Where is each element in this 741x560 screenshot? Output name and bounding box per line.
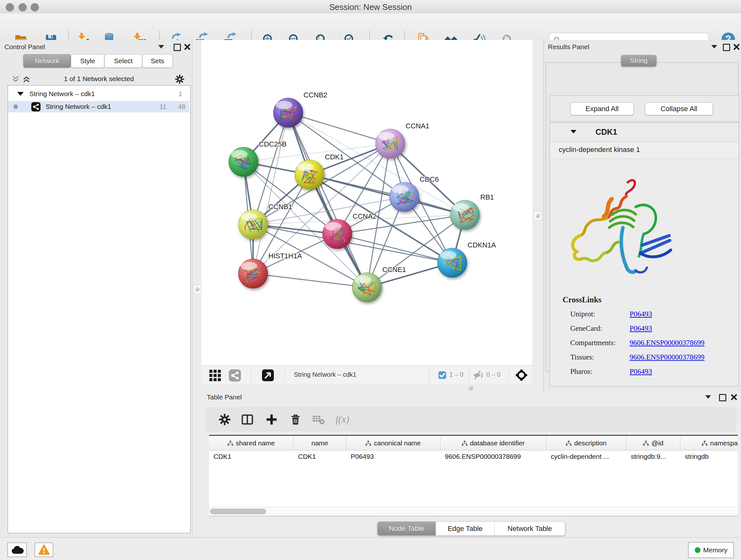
table-row[interactable]: CDK1CDK1P064939606.ENSP00000378699cyclin… — [209, 450, 738, 462]
column-header-database-identifier[interactable]: database identifier — [441, 436, 546, 450]
node-CCNE1[interactable] — [352, 273, 382, 302]
splitter-handle[interactable] — [468, 386, 473, 390]
string-network-graph[interactable]: CCNB2CCNA1CDC25BCDK1CDC6RB1CCNB1CCNA2CDK… — [201, 40, 532, 366]
tab-select[interactable]: Select — [105, 54, 142, 68]
network-row[interactable]: String Network – cdk1 11 48 — [8, 101, 189, 112]
close-panel-icon[interactable] — [184, 44, 191, 51]
delete-table-button[interactable] — [311, 412, 327, 428]
warnings-button[interactable] — [35, 543, 53, 557]
crosslink-link[interactable]: 9606.ENSP00000378699 — [630, 339, 704, 347]
tab-node-table[interactable]: Node Table — [377, 521, 436, 536]
birdseye-view-icon[interactable] — [262, 369, 274, 381]
node-CDKN1A[interactable] — [437, 248, 467, 277]
column-header-canonical-name[interactable]: canonical name — [346, 436, 441, 450]
column-header-name[interactable]: name — [293, 436, 346, 450]
node-CCNB1[interactable] — [239, 210, 268, 239]
column-header--id[interactable]: @id — [626, 436, 680, 450]
caret-down-icon[interactable] — [17, 92, 23, 96]
crosslink-link[interactable]: P06493 — [630, 324, 652, 333]
panel-menu-icon[interactable] — [705, 395, 711, 399]
show-columns-button[interactable] — [239, 412, 255, 428]
tab-string[interactable]: String — [621, 55, 657, 66]
crosslink-label: GeneCard: — [570, 324, 602, 333]
table-cell[interactable]: stringdb:9... — [626, 450, 680, 462]
network-collection-row[interactable]: String Network – cdk1 1 — [8, 88, 189, 100]
node-CCNB2[interactable] — [273, 98, 303, 127]
hidden-eye-slash-icon[interactable] — [473, 370, 484, 380]
fit-selected-target-icon[interactable] — [516, 369, 527, 381]
tab-network-table[interactable]: Network Table — [495, 521, 565, 536]
gear-icon — [219, 414, 231, 426]
vertical-splitter[interactable] — [192, 40, 202, 537]
crosslink-link[interactable]: P06493 — [630, 310, 652, 318]
node-RB1[interactable] — [450, 200, 480, 230]
node-HIST1H1A[interactable] — [239, 259, 268, 288]
edge-CDK1-RB1[interactable] — [310, 175, 465, 215]
splitter-handle[interactable] — [193, 285, 201, 294]
node-CDC25B[interactable] — [229, 147, 258, 177]
node-label-CCNE1: CCNE1 — [382, 266, 406, 273]
columns-icon — [241, 414, 253, 426]
node-result-header[interactable]: CDK1 — [550, 123, 739, 142]
close-panel-icon[interactable] — [733, 44, 740, 51]
scrollbar-thumb[interactable] — [210, 509, 266, 514]
node-label-RB1: RB1 — [480, 193, 494, 201]
expand-all-button[interactable]: Expand All — [570, 103, 634, 115]
node-CCNA1[interactable] — [376, 129, 405, 159]
table-cell[interactable]: cyclin-dependent ... — [546, 450, 626, 462]
network-edges — [244, 113, 465, 287]
sitemap-icon — [365, 441, 371, 446]
node-table[interactable]: shared namenamecanonical namedatabase id… — [209, 435, 738, 516]
edge-CCNB2-CCNA1[interactable] — [288, 113, 390, 144]
table-toolbar: f(x) — [205, 407, 736, 432]
crosslink-label: Tissues: — [570, 353, 594, 361]
close-panel-icon[interactable] — [731, 394, 738, 401]
table-cell[interactable]: CDK1 — [209, 450, 293, 462]
column-header-namespace[interactable]: namespace — [680, 436, 738, 450]
network-view-canvas[interactable]: CCNB2CCNA1CDC25BCDK1CDC6RB1CCNB1CCNA2CDK… — [201, 40, 532, 366]
edge-CCNB2-CCNE1[interactable] — [288, 113, 367, 287]
panel-menu-icon[interactable] — [158, 45, 164, 49]
grid-view-icon[interactable] — [209, 369, 221, 381]
table-cell[interactable]: P06493 — [346, 450, 441, 462]
gear-icon[interactable] — [175, 74, 185, 84]
node-CDC6[interactable] — [390, 182, 419, 212]
float-panel-icon[interactable] — [174, 44, 181, 51]
caret-down-icon[interactable] — [570, 130, 576, 133]
selected-checkbox-icon[interactable] — [439, 371, 446, 379]
network-list-toolbar: 1 of 1 Network selected — [0, 74, 192, 84]
collapse-all-icon[interactable] — [12, 76, 19, 83]
tab-style[interactable]: Style — [71, 54, 105, 68]
float-panel-icon[interactable] — [723, 44, 730, 51]
edge-HIST1H1A-CCNE1[interactable] — [253, 273, 367, 287]
column-header-description[interactable]: description — [546, 436, 626, 450]
splitter-handle[interactable] — [534, 212, 542, 220]
table-cell[interactable]: 9606.ENSP00000378699 — [441, 450, 546, 462]
expand-all-icon[interactable] — [23, 76, 30, 83]
crosslink-link[interactable]: P06493 — [630, 368, 652, 376]
table-cell[interactable]: CDK1 — [293, 450, 346, 462]
network-view-icon[interactable] — [229, 369, 241, 381]
tab-edge-table[interactable]: Edge Table — [436, 521, 495, 536]
table-settings-button[interactable] — [217, 412, 232, 428]
function-builder-button[interactable]: f(x) — [334, 412, 350, 428]
node-label-CCNB2: CCNB2 — [304, 91, 327, 99]
delete-column-button[interactable] — [287, 412, 304, 428]
column-header-shared-name[interactable]: shared name — [209, 436, 293, 450]
column-label: @id — [651, 439, 664, 447]
edge-CCNB2-HIST1H1A[interactable] — [253, 113, 288, 273]
crosslink-link[interactable]: 9606.ENSP00000378699 — [630, 353, 704, 361]
float-panel-icon[interactable] — [719, 394, 726, 401]
plus-icon — [266, 414, 278, 426]
table-horizontal-scrollbar[interactable] — [209, 507, 738, 516]
node-CDK1[interactable] — [295, 160, 324, 189]
tab-sets[interactable]: Sets — [142, 54, 173, 68]
collapse-all-button[interactable]: Collapse All — [645, 103, 713, 115]
tab-network[interactable]: Network — [23, 54, 71, 68]
panel-menu-icon[interactable] — [711, 45, 717, 49]
memory-button[interactable]: Memory — [688, 542, 734, 558]
cloud-status-button[interactable] — [7, 543, 27, 557]
node-CCNA2[interactable] — [323, 219, 352, 249]
table-cell[interactable]: stringdb — [680, 450, 738, 462]
create-column-button[interactable] — [264, 412, 280, 428]
